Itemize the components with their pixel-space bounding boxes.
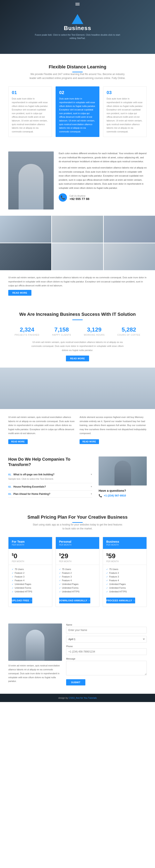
faq-item-2[interactable]: 02. House Painting Essentials? ▼ (8, 483, 92, 491)
photo-cell-2 (52, 216, 103, 243)
articles-section: Ut enim ad minim veniam, quis nostrud ex… (0, 409, 155, 450)
feature-team-7: Unlimited HTTPS (12, 590, 49, 593)
feature-team-3: Feature 3 (12, 575, 49, 579)
faq-left: How Do We Help Companies To Transform? 0… (8, 457, 92, 498)
logo-triangle-icon (72, 14, 83, 24)
faq-arrow-3: ▼ (90, 493, 92, 495)
photo-cell-3 (104, 216, 155, 243)
faq-question-1: 01. What is off-page seo link building? (8, 473, 54, 476)
stat-item-4: 5,282 COURS OF COFFEE (117, 327, 140, 336)
plan-billing-team: PER MONTH (12, 544, 49, 546)
faq-phone-row: 📞 +1 (234) 567-8910 (99, 494, 147, 497)
form-input-phone[interactable] (66, 648, 147, 655)
stat-item-3: 3,129 WORKING HOURS (84, 327, 105, 336)
faq-header-3[interactable]: 03. Plan Ahead for Home Painting? ▼ (8, 493, 92, 495)
faq-item-1[interactable]: 01. What is off-page seo link building? … (8, 471, 92, 483)
faq-header-2[interactable]: 02. House Painting Essentials? ▼ (8, 485, 92, 488)
faq-person-image (99, 457, 147, 486)
call-label: Call Us Anytime (70, 194, 89, 197)
form-input-name[interactable] (66, 627, 147, 633)
pricing-card-business: Business PER MONTH $59 PER MONTH 75 User… (103, 537, 147, 607)
stats-read-more-button[interactable]: READ MORE (66, 355, 89, 361)
call-number: +92 555 77 88 (70, 197, 89, 200)
article-right-btn[interactable]: READ MORE (80, 439, 99, 444)
stat-item-1: 2,324 PROJECTS FINISHED (15, 327, 39, 336)
article-left-text: Ut enim ad minim veniam, quis nostrud ex… (8, 415, 75, 436)
full-width-image (0, 368, 155, 409)
stat-num-1: 2,324 (15, 327, 39, 333)
man-image (8, 152, 54, 210)
grid-text-para: Ut enim ad minim veniam, quis nostrud ex… (8, 276, 147, 288)
form-submit-button[interactable]: SUBMIT (66, 679, 85, 685)
pricing-features-business: 75 Users Feature 2 Feature 3 Feature 4 U… (103, 565, 147, 596)
card-text-3: Duis aute irure dolor in reprehenderit i… (107, 97, 143, 133)
hamburger-menu[interactable] (75, 3, 80, 5)
photo-cell-5 (52, 243, 103, 270)
photo-cell-6 (104, 243, 155, 270)
stat-label-1: PROJECTS FINISHED (15, 334, 39, 336)
faq-question-3: 03. Plan Ahead for Home Painting? (8, 493, 50, 495)
plan-name-business: Business (106, 540, 143, 543)
stat-num-3: 3,129 (84, 327, 105, 333)
pricing-features-team: 75 Users Feature 2 Feature 3 Feature 4 U… (8, 565, 52, 596)
pricing-btn-business[interactable]: Proceed Annually → (106, 597, 135, 603)
stats-row: 2,324 PROJECTS FINISHED 7,158 HAPPY CLIE… (8, 327, 147, 336)
feature-business-2: Feature 2 (106, 571, 143, 575)
plan-billing-business: PER MONTH (106, 544, 143, 546)
have-questions-title: Have a questions? (99, 489, 147, 492)
faq-section: How Do We Help Companies To Transform? 0… (0, 450, 155, 504)
pricing-price-business: $59 PER MONTH (103, 549, 147, 565)
hero-subtitle: Fusce poale lisiti. Click to select the … (34, 33, 121, 40)
price-amount-team: $0 (12, 552, 17, 560)
article-right: Article element access express highest e… (80, 415, 147, 444)
logo-text: Business (64, 25, 91, 31)
contact-left-text: Ut enim ad minim veniam, quis nostrud ex… (8, 664, 62, 683)
flexible-subtitle: We provide Flexible and 24/7 online lear… (28, 72, 127, 80)
pricing-btn-personal[interactable]: Download Annually → (59, 597, 90, 603)
feature-personal-2: Feature 2 (59, 571, 96, 575)
grid-text-section: Ut enim ad minim veniam, quis nostrud ex… (0, 270, 155, 301)
article-left-btn[interactable]: READ MORE (8, 439, 28, 444)
form-label-phone: Phone (66, 645, 147, 648)
flex-card-1: 01 Duis aute irure dolor in reprehenderi… (8, 86, 52, 137)
flexible-title: Flexible Distance Learning (8, 64, 147, 70)
pricing-section: Small Pricing Plan For Your Creative Bus… (0, 504, 155, 615)
feature-team-1: 75 Users (12, 567, 49, 571)
card-text-2: Duis aute irure dolor in reprehenderit i… (59, 97, 96, 133)
photo-grid (0, 216, 155, 270)
phone-icon-faq: 📞 (99, 494, 102, 497)
stat-label-3: WORKING HOURS (84, 334, 105, 336)
flex-card-2: 02 Duis aute irure dolor in reprehenderi… (55, 86, 99, 137)
pricing-btn-team[interactable]: Upload Free → (12, 597, 32, 603)
man-para-2: Ut enim ad minim veniam, quis nostrud ex… (59, 166, 147, 190)
flexible-section: Flexible Distance Learning We provide Fl… (0, 54, 155, 145)
photo-cell-1 (0, 216, 51, 243)
feature-team-5: Unlimited Pages (12, 582, 49, 586)
grid-read-more-button[interactable]: READ MORE (8, 290, 31, 296)
phone-icon-wrap: 📞 (59, 193, 67, 202)
feature-business-5: Unlimited Pages (106, 582, 143, 586)
form-textarea-message[interactable] (66, 661, 147, 675)
faq-item-3[interactable]: 03. Plan Ahead for Home Painting? ▼ (8, 491, 92, 498)
contact-section: Ut enim ad minim veniam, quis nostrud ex… (0, 615, 155, 694)
form-select-date[interactable]: April 1 April 2 April 3 (66, 636, 147, 643)
faq-header-1[interactable]: 01. What is off-page seo link building? … (8, 473, 92, 476)
form-group-select: April 1 April 2 April 3 (66, 636, 147, 643)
faq-title: How Do We Help Companies To Transform? (8, 457, 92, 467)
pricing-card-team: For Team PER MONTH $0 PER MONTH 75 Users… (8, 537, 52, 607)
form-group-phone: Phone (66, 645, 147, 655)
pricing-features-personal: 75 Users Feature 2 Feature 3 Feature 4 U… (56, 565, 100, 596)
price-amount-business: $59 (106, 552, 116, 560)
footer-link[interactable]: CSS3_free for You Tutorials (69, 696, 97, 699)
form-label-message: Message (66, 657, 147, 660)
phone-icon: 📞 (61, 195, 65, 200)
price-period-team: PER MONTH (12, 560, 49, 563)
stat-label-2: HAPPY CLIENTS (52, 334, 71, 336)
feature-team-2: Feature 2 (12, 571, 49, 575)
faq-arrow-2: ▼ (90, 486, 92, 488)
article-right-text: Article element access express highest e… (80, 415, 147, 436)
stat-label-4: COURS OF COFFEE (117, 334, 140, 336)
man-silhouette (18, 164, 43, 210)
hero-section: Business Fusce poale lisiti. Click to se… (0, 0, 155, 54)
pricing-price-team: $0 PER MONTH (8, 549, 52, 565)
